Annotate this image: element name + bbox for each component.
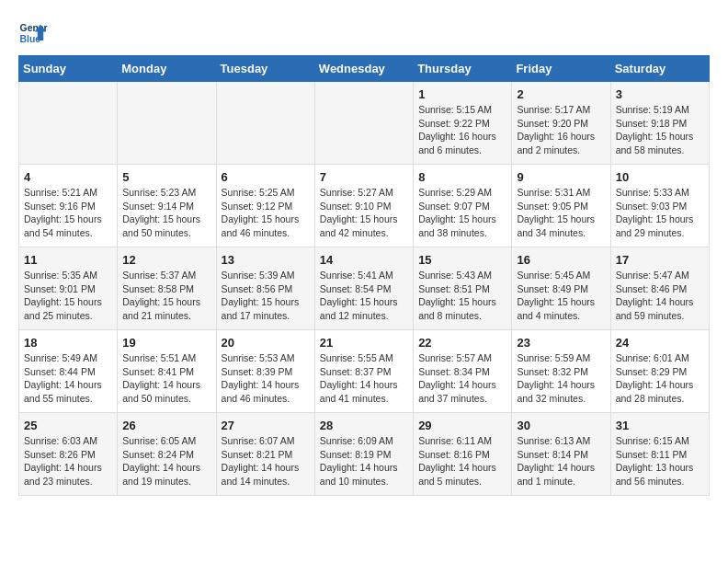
day-info: Sunrise: 5:29 AM Sunset: 9:07 PM Dayligh…: [418, 186, 506, 240]
day-info: Sunrise: 6:03 AM Sunset: 8:26 PM Dayligh…: [24, 434, 112, 488]
day-cell: 31Sunrise: 6:15 AM Sunset: 8:11 PM Dayli…: [610, 413, 709, 496]
day-info: Sunrise: 6:05 AM Sunset: 8:24 PM Dayligh…: [122, 434, 210, 488]
day-cell: 26Sunrise: 6:05 AM Sunset: 8:24 PM Dayli…: [118, 413, 216, 496]
header-cell-sunday: Sunday: [19, 56, 118, 82]
day-number: 13: [222, 253, 310, 267]
day-number: 24: [616, 336, 704, 350]
day-cell: [314, 82, 413, 165]
week-row-5: 25Sunrise: 6:03 AM Sunset: 8:26 PM Dayli…: [19, 413, 710, 496]
day-info: Sunrise: 5:49 AM Sunset: 8:44 PM Dayligh…: [24, 351, 112, 406]
week-row-2: 4Sunrise: 5:21 AM Sunset: 9:16 PM Daylig…: [19, 165, 710, 247]
day-cell: 20Sunrise: 5:53 AM Sunset: 8:39 PM Dayli…: [216, 330, 314, 413]
day-cell: 17Sunrise: 5:47 AM Sunset: 8:46 PM Dayli…: [610, 247, 709, 330]
day-number: 5: [122, 170, 210, 184]
day-info: Sunrise: 5:41 AM Sunset: 8:54 PM Dayligh…: [320, 269, 408, 323]
logo: General Blue: [18, 18, 48, 48]
day-cell: 6Sunrise: 5:25 AM Sunset: 9:12 PM Daylig…: [216, 165, 314, 247]
day-number: 11: [24, 253, 112, 267]
header-cell-monday: Monday: [118, 56, 216, 82]
day-cell: 5Sunrise: 5:23 AM Sunset: 9:14 PM Daylig…: [118, 165, 216, 247]
day-cell: 2Sunrise: 5:17 AM Sunset: 9:20 PM Daylig…: [512, 82, 610, 165]
day-info: Sunrise: 5:57 AM Sunset: 8:34 PM Dayligh…: [418, 351, 506, 406]
day-cell: 10Sunrise: 5:33 AM Sunset: 9:03 PM Dayli…: [610, 165, 709, 247]
day-info: Sunrise: 5:59 AM Sunset: 8:32 PM Dayligh…: [517, 351, 605, 406]
week-row-1: 1Sunrise: 5:15 AM Sunset: 9:22 PM Daylig…: [19, 82, 710, 165]
calendar-header: SundayMondayTuesdayWednesdayThursdayFrid…: [19, 56, 710, 82]
page-header: General Blue: [18, 18, 710, 48]
day-cell: 1Sunrise: 5:15 AM Sunset: 9:22 PM Daylig…: [414, 82, 512, 165]
day-info: Sunrise: 6:07 AM Sunset: 8:21 PM Dayligh…: [222, 434, 310, 488]
day-info: Sunrise: 5:47 AM Sunset: 8:46 PM Dayligh…: [616, 269, 704, 323]
logo-icon: General Blue: [18, 18, 48, 48]
day-number: 2: [517, 87, 605, 101]
day-info: Sunrise: 6:01 AM Sunset: 8:29 PM Dayligh…: [616, 351, 704, 406]
day-number: 25: [24, 419, 112, 432]
day-cell: [118, 82, 216, 165]
day-cell: 4Sunrise: 5:21 AM Sunset: 9:16 PM Daylig…: [19, 165, 118, 247]
day-number: 8: [418, 170, 506, 184]
day-number: 18: [24, 336, 112, 350]
day-number: 7: [320, 170, 408, 184]
day-number: 23: [517, 336, 605, 350]
day-number: 1: [418, 87, 506, 101]
header-cell-tuesday: Tuesday: [216, 56, 314, 82]
day-cell: 9Sunrise: 5:31 AM Sunset: 9:05 PM Daylig…: [512, 165, 610, 247]
day-cell: 13Sunrise: 5:39 AM Sunset: 8:56 PM Dayli…: [216, 247, 314, 330]
calendar-table: SundayMondayTuesdayWednesdayThursdayFrid…: [18, 55, 710, 496]
day-info: Sunrise: 5:15 AM Sunset: 9:22 PM Dayligh…: [418, 103, 506, 157]
day-number: 29: [418, 419, 506, 432]
header-cell-thursday: Thursday: [414, 56, 512, 82]
week-row-4: 18Sunrise: 5:49 AM Sunset: 8:44 PM Dayli…: [19, 330, 710, 413]
day-number: 6: [222, 170, 310, 184]
day-info: Sunrise: 5:37 AM Sunset: 8:58 PM Dayligh…: [122, 269, 210, 323]
header-row: SundayMondayTuesdayWednesdayThursdayFrid…: [19, 56, 710, 82]
day-cell: 19Sunrise: 5:51 AM Sunset: 8:41 PM Dayli…: [118, 330, 216, 413]
day-number: 3: [616, 87, 704, 101]
day-cell: 23Sunrise: 5:59 AM Sunset: 8:32 PM Dayli…: [512, 330, 610, 413]
header-cell-wednesday: Wednesday: [314, 56, 413, 82]
day-cell: 14Sunrise: 5:41 AM Sunset: 8:54 PM Dayli…: [314, 247, 413, 330]
day-info: Sunrise: 6:13 AM Sunset: 8:14 PM Dayligh…: [517, 434, 605, 488]
day-info: Sunrise: 6:09 AM Sunset: 8:19 PM Dayligh…: [320, 434, 408, 488]
day-number: 9: [517, 170, 605, 184]
day-number: 27: [222, 419, 310, 432]
day-cell: 24Sunrise: 6:01 AM Sunset: 8:29 PM Dayli…: [610, 330, 709, 413]
day-number: 30: [517, 419, 605, 432]
day-info: Sunrise: 5:25 AM Sunset: 9:12 PM Dayligh…: [222, 186, 310, 240]
day-cell: 30Sunrise: 6:13 AM Sunset: 8:14 PM Dayli…: [512, 413, 610, 496]
day-cell: 22Sunrise: 5:57 AM Sunset: 8:34 PM Dayli…: [414, 330, 512, 413]
day-number: 17: [616, 253, 704, 267]
day-info: Sunrise: 5:17 AM Sunset: 9:20 PM Dayligh…: [517, 103, 605, 157]
day-number: 10: [616, 170, 704, 184]
day-cell: 8Sunrise: 5:29 AM Sunset: 9:07 PM Daylig…: [414, 165, 512, 247]
day-info: Sunrise: 5:51 AM Sunset: 8:41 PM Dayligh…: [122, 351, 210, 406]
day-number: 28: [320, 419, 408, 432]
day-info: Sunrise: 5:39 AM Sunset: 8:56 PM Dayligh…: [222, 269, 310, 323]
day-cell: [216, 82, 314, 165]
day-cell: 28Sunrise: 6:09 AM Sunset: 8:19 PM Dayli…: [314, 413, 413, 496]
day-cell: 7Sunrise: 5:27 AM Sunset: 9:10 PM Daylig…: [314, 165, 413, 247]
day-info: Sunrise: 5:23 AM Sunset: 9:14 PM Dayligh…: [122, 186, 210, 240]
week-row-3: 11Sunrise: 5:35 AM Sunset: 9:01 PM Dayli…: [19, 247, 710, 330]
day-cell: 18Sunrise: 5:49 AM Sunset: 8:44 PM Dayli…: [19, 330, 118, 413]
day-info: Sunrise: 5:27 AM Sunset: 9:10 PM Dayligh…: [320, 186, 408, 240]
day-number: 26: [122, 419, 210, 432]
day-number: 15: [418, 253, 506, 267]
day-info: Sunrise: 5:53 AM Sunset: 8:39 PM Dayligh…: [222, 351, 310, 406]
day-number: 20: [222, 336, 310, 350]
day-number: 12: [122, 253, 210, 267]
day-number: 31: [616, 419, 704, 432]
day-number: 19: [122, 336, 210, 350]
day-cell: 25Sunrise: 6:03 AM Sunset: 8:26 PM Dayli…: [19, 413, 118, 496]
day-info: Sunrise: 5:19 AM Sunset: 9:18 PM Dayligh…: [616, 103, 704, 157]
day-info: Sunrise: 5:45 AM Sunset: 8:49 PM Dayligh…: [517, 269, 605, 323]
calendar-body: 1Sunrise: 5:15 AM Sunset: 9:22 PM Daylig…: [19, 82, 710, 496]
day-cell: 11Sunrise: 5:35 AM Sunset: 9:01 PM Dayli…: [19, 247, 118, 330]
day-number: 21: [320, 336, 408, 350]
day-cell: 29Sunrise: 6:11 AM Sunset: 8:16 PM Dayli…: [414, 413, 512, 496]
day-cell: 15Sunrise: 5:43 AM Sunset: 8:51 PM Dayli…: [414, 247, 512, 330]
day-number: 14: [320, 253, 408, 267]
day-info: Sunrise: 5:33 AM Sunset: 9:03 PM Dayligh…: [616, 186, 704, 240]
day-cell: 12Sunrise: 5:37 AM Sunset: 8:58 PM Dayli…: [118, 247, 216, 330]
day-info: Sunrise: 5:55 AM Sunset: 8:37 PM Dayligh…: [320, 351, 408, 406]
